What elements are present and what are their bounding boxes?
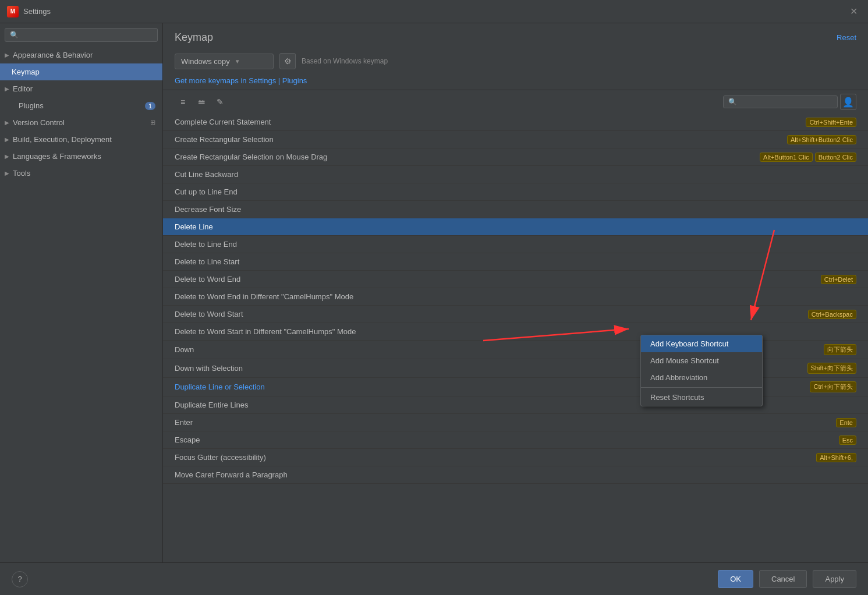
keymap-row-name: Create Rectangular Selection [175,135,787,144]
keymap-row[interactable]: EnterEnte [163,414,868,431]
shortcut-badge: Alt+Shift+6, [816,453,856,462]
keymap-row[interactable]: Delete to Word StartCtrl+Backspac [163,306,868,323]
context-menu-item-add-mouse[interactable]: Add Mouse Shortcut [641,352,762,369]
app-icon: M [7,6,19,17]
keymap-row[interactable]: Delete to Line End [163,236,868,253]
keymap-list-inner: Complete Current StatementCtrl+Shift+Ent… [163,114,868,484]
keymap-row-name: Delete to Line End [175,240,856,249]
context-menu-item-add-keyboard[interactable]: Add Keyboard Shortcut [641,335,762,352]
main-content: 🔍 ▶ Appearance & Behavior Keymap ▶ Edito… [0,23,868,562]
expand-all-icon: ⩸ [197,97,206,107]
keymap-row-name: Move Caret Forward a Paragraph [175,470,856,479]
ok-button[interactable]: OK [718,570,753,588]
keymap-row[interactable]: Decrease Font Size [163,201,868,218]
keymap-row-name: Delete to Word End [175,275,821,284]
keymap-row-name: Cut up to Line End [175,187,856,196]
keymap-row-shortcuts: Alt+Shift+Button2 Clic [787,135,856,144]
keymap-row[interactable]: Delete Line [163,218,868,236]
right-panel: Keymap Reset Windows copy ▼ ⚙ Based on W… [163,23,868,562]
keymap-row-shortcuts: Alt+Button1 ClicButton2 Clic [760,153,856,162]
keymap-row-name: Delete Line [175,222,856,231]
dropdown-arrow-icon: ▼ [235,58,240,65]
keymap-dropdown[interactable]: Windows copy ▼ [175,54,274,69]
nav-arrow-lang: ▶ [5,153,9,160]
help-button[interactable]: ? [12,571,28,587]
sidebar: 🔍 ▶ Appearance & Behavior Keymap ▶ Edito… [0,23,163,562]
sidebar-item-plugins[interactable]: Plugins 1 [0,97,162,114]
window-title: Settings [23,7,51,16]
keymap-row-shortcuts: Alt+Shift+6, [816,453,856,462]
keymap-row-name: Delete to Line Start [175,257,856,266]
get-more-keymaps-link[interactable]: Get more keymaps in Settings | Plugins [175,76,307,85]
shortcut-badge: Ctrl+Shift+Ente [806,118,856,127]
sidebar-item-editor[interactable]: ▶ Editor [0,80,162,97]
keymaps-link-row: Get more keymaps in Settings | Plugins [163,74,868,90]
edit-button[interactable]: ✎ [212,95,228,109]
collapse-all-icon: ≡ [180,97,185,107]
keymap-row[interactable]: Complete Current StatementCtrl+Shift+Ent… [163,114,868,131]
keymap-row-shortcuts: Ctrl+Backspac [808,310,856,319]
keymap-row-name: Create Rectangular Selection on Mouse Dr… [175,153,760,161]
sidebar-search-icon: 🔍 [10,31,19,39]
keymap-row[interactable]: Cut Line Backward [163,166,868,183]
close-button[interactable]: ✕ [846,5,861,18]
sidebar-item-keymap[interactable]: Keymap [0,63,162,80]
keymap-row[interactable]: Cut up to Line End [163,183,868,201]
keymap-row-shortcuts: Esc [839,435,856,445]
shortcut-badge: Ctrl+Delet [821,275,856,284]
reset-link[interactable]: Reset [837,33,856,42]
keymap-row-shortcuts: Ctrl+Delet [821,275,856,284]
vc-icon: ⊞ [150,119,155,126]
keymap-row-name: Focus Gutter (accessibility) [175,453,816,462]
sidebar-item-label-keymap: Keymap [12,68,155,76]
keymap-row[interactable]: Create Rectangular Selection on Mouse Dr… [163,148,868,166]
keymap-row[interactable]: EscapeEsc [163,431,868,449]
plugins-badge: 1 [145,102,155,110]
edit-icon: ✎ [217,97,224,107]
sidebar-item-label-plugins: Plugins [19,101,141,110]
keymap-row-shortcuts: Shift+向下箭头 [807,363,856,374]
keymap-dropdown-value: Windows copy [181,57,230,66]
sidebar-item-build[interactable]: ▶ Build, Execution, Deployment [0,131,162,148]
keymap-row[interactable]: Create Rectangular SelectionAlt+Shift+Bu… [163,131,868,148]
title-bar-left: M Settings [7,6,51,17]
gear-button[interactable]: ⚙ [279,53,296,69]
keymap-row[interactable]: Delete to Word End in Different "CamelHu… [163,288,868,306]
keymap-row-name: Decrease Font Size [175,205,856,214]
shortcut-badge: Alt+Shift+Button2 Clic [787,135,856,144]
sidebar-item-version-control[interactable]: ▶ Version Control ⊞ [0,114,162,131]
keymap-row-shortcuts: 向下箭头 [824,344,856,355]
bottom-right-buttons: OK Cancel Apply [718,570,856,588]
bottom-bar: ? OK Cancel Apply [0,562,868,595]
sidebar-item-tools[interactable]: ▶ Tools [0,165,162,182]
keymap-row-name: Delete to Word End in Different "CamelHu… [175,292,856,301]
keymap-row[interactable]: Move Caret Forward a Paragraph [163,466,868,484]
keymap-row-shortcuts: Ctrl+Shift+Ente [806,118,856,127]
person-button[interactable]: 👤 [840,94,856,110]
keymap-row[interactable]: Delete to Line Start [163,253,868,271]
sidebar-item-languages[interactable]: ▶ Languages & Frameworks [0,148,162,165]
shortcut-badge: 向下箭头 [824,344,856,355]
shortcut-badge: Esc [839,435,856,445]
keymap-toolbar: ≡ ⩸ ✎ 🔍 👤 [163,90,868,114]
sidebar-item-label-vc: Version Control [13,118,144,127]
context-menu-item-reset-shortcuts[interactable]: Reset Shortcuts [641,389,762,406]
context-menu: Add Keyboard Shortcut Add Mouse Shortcut… [640,335,763,406]
keymap-row-name: Escape [175,435,839,444]
collapse-all-button[interactable]: ≡ [175,95,191,109]
keymap-row[interactable]: Delete to Word EndCtrl+Delet [163,271,868,288]
person-icon: 👤 [842,97,854,108]
cancel-button[interactable]: Cancel [759,570,807,588]
sidebar-item-appearance[interactable]: ▶ Appearance & Behavior [0,47,162,63]
context-menu-item-add-abbreviation[interactable]: Add Abbreviation [641,369,762,386]
expand-all-button[interactable]: ⩸ [193,95,210,109]
keymap-row[interactable]: Focus Gutter (accessibility)Alt+Shift+6, [163,449,868,466]
keymap-controls: Windows copy ▼ ⚙ Based on Windows keymap [163,48,868,74]
search-right-box[interactable]: 🔍 [723,95,838,108]
sidebar-search-box[interactable]: 🔍 [5,28,158,42]
nav-arrow-vc: ▶ [5,119,9,126]
nav-arrow-build: ▶ [5,136,9,143]
nav-arrow-tools: ▶ [5,170,9,176]
apply-button[interactable]: Apply [813,570,856,588]
sidebar-item-label-editor: Editor [13,84,155,93]
